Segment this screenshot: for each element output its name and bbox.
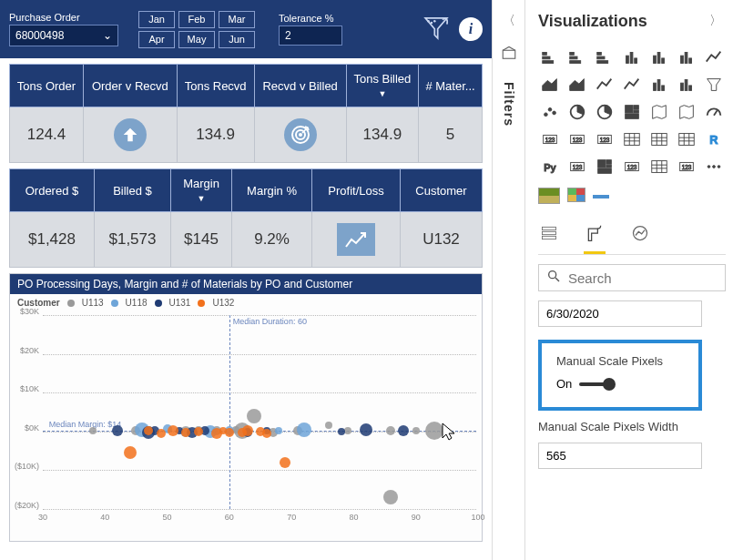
viz-more-icon[interactable] (702, 155, 726, 178)
chart-plot-area[interactable]: $30K$20K$10K$0K($10K)($20K) Median Margi… (10, 311, 482, 525)
chart-point[interactable] (360, 423, 372, 436)
chart-point[interactable] (262, 429, 271, 438)
viz-matrix-icon[interactable] (675, 127, 698, 151)
chart-point[interactable] (425, 422, 443, 440)
viz-funnel-icon[interactable] (702, 73, 726, 97)
width-input[interactable] (538, 443, 702, 469)
viz-clustered-bar-icon[interactable] (565, 46, 589, 69)
viz-ribbon-icon[interactable] (647, 73, 671, 97)
viz-stacked-area-icon[interactable] (565, 73, 589, 97)
th-ordered[interactable]: Ordered $ (10, 169, 95, 212)
th-tons-order[interactable]: Tons Order (10, 65, 84, 107)
custom-visual-1[interactable] (538, 188, 560, 204)
th-tons-recvd[interactable]: Tons Recvd (177, 65, 254, 107)
chart-point[interactable] (168, 425, 178, 436)
viz-gauge-icon[interactable] (702, 100, 726, 124)
viz-scatter-icon[interactable] (538, 100, 562, 124)
expand-filters-icon[interactable]: 〈 (503, 13, 515, 29)
chart-point[interactable] (325, 422, 332, 429)
chart-point[interactable] (181, 428, 190, 437)
chart-point[interactable] (89, 427, 97, 434)
viz-multi-card-icon[interactable]: 123 (565, 127, 589, 151)
viz-line-icon[interactable] (702, 46, 726, 69)
month-mar[interactable]: Mar (219, 11, 255, 28)
viz-power-apps-icon[interactable]: 123 (675, 155, 698, 178)
viz-stacked-column-icon[interactable] (647, 46, 671, 69)
viz-stacked-column-100-icon[interactable] (675, 46, 698, 69)
chart-point[interactable] (225, 428, 234, 437)
viz-map-icon[interactable] (647, 100, 671, 124)
viz-waterfall-icon[interactable] (675, 73, 698, 97)
viz-decomp-tree-icon[interactable] (593, 155, 616, 178)
month-jun[interactable]: Jun (219, 31, 255, 48)
viz-card-icon[interactable]: 123 (538, 127, 562, 151)
viz-py-visual-icon[interactable]: Py (538, 155, 562, 178)
filters-pane-collapsed[interactable]: 〈 Filters (492, 0, 525, 560)
th-tons-billed[interactable]: Tons Billed▼ (346, 65, 418, 107)
th-pl[interactable]: Profit/Loss (312, 169, 401, 212)
viz-stacked-bar-100-icon[interactable] (593, 46, 616, 69)
info-icon[interactable]: i (459, 17, 483, 41)
viz-key-influencers-icon[interactable]: 123 (565, 155, 589, 178)
viz-line-clustered-icon[interactable] (593, 73, 616, 97)
chart-point[interactable] (247, 409, 261, 423)
tab-analytics[interactable] (629, 219, 651, 254)
month-feb[interactable]: Feb (178, 11, 215, 28)
chart-point[interactable] (412, 427, 420, 434)
format-search[interactable] (538, 264, 726, 291)
viz-clustered-column-icon[interactable] (620, 46, 644, 69)
chart-point[interactable] (344, 427, 351, 434)
month-may[interactable]: May (178, 31, 215, 48)
custom-visual-2[interactable] (567, 188, 585, 202)
chart-point[interactable] (280, 457, 290, 468)
tolerance-input[interactable] (279, 25, 342, 46)
chart-point[interactable] (383, 490, 398, 504)
th-billed[interactable]: Billed $ (94, 169, 170, 212)
tab-format[interactable] (584, 219, 606, 254)
th-customer[interactable]: Customer (400, 169, 482, 212)
collapse-viz-icon[interactable]: 〉 (706, 9, 726, 33)
custom-visual-3[interactable] (593, 195, 609, 199)
scatter-chart[interactable]: PO Processing Days, Margin and # of Mate… (9, 273, 483, 542)
zebra-funnel-icon[interactable] (421, 12, 452, 46)
viz-table-icon[interactable] (647, 127, 671, 151)
viz-line-stacked-icon[interactable] (620, 73, 644, 97)
th-margin[interactable]: Margin▼ (170, 169, 231, 212)
chart-point[interactable] (242, 425, 253, 436)
viz-kpi-icon[interactable]: 123 (593, 127, 616, 151)
month-jan[interactable]: Jan (138, 11, 175, 28)
viz-slicer-icon[interactable] (620, 127, 644, 151)
viz-r-visual-icon[interactable]: R (702, 127, 726, 151)
chart-point[interactable] (157, 429, 166, 438)
viz-filled-map-icon[interactable] (675, 100, 698, 124)
chart-point[interactable] (275, 427, 282, 434)
month-apr[interactable]: Apr (138, 31, 175, 48)
po-select[interactable]: 68000498 ⌄ (9, 25, 118, 46)
filters-eye-icon[interactable] (501, 46, 517, 66)
chart-point[interactable] (297, 423, 311, 437)
viz-treemap-icon[interactable] (620, 100, 644, 124)
chart-point[interactable] (144, 426, 153, 435)
viz-area-icon[interactable] (538, 73, 562, 97)
viz-stacked-bar-icon[interactable] (538, 46, 562, 69)
chart-point[interactable] (398, 425, 409, 436)
chart-point[interactable] (112, 425, 123, 436)
date-field[interactable] (538, 300, 702, 327)
th-order-v-recvd[interactable]: Order v Recvd (84, 65, 178, 107)
viz-qa-icon[interactable]: 123 (620, 155, 644, 178)
chart-point[interactable] (194, 427, 203, 436)
viz-paginated-icon[interactable] (647, 155, 671, 178)
th-margin-pct[interactable]: Margin % (232, 169, 312, 212)
viz-pie-icon[interactable] (565, 100, 589, 124)
chart-point[interactable] (124, 446, 137, 459)
svg-text:123: 123 (545, 137, 555, 143)
chart-point[interactable] (386, 426, 395, 435)
format-search-input[interactable] (568, 270, 718, 286)
toggle-switch[interactable] (579, 382, 612, 386)
chart-point[interactable] (338, 428, 345, 435)
th-materials[interactable]: # Mater... (419, 65, 483, 107)
viz-donut-icon[interactable] (593, 100, 616, 124)
th-recvd-v-billed[interactable]: Recvd v Billed (254, 65, 346, 107)
tab-fields[interactable] (538, 219, 560, 254)
manual-scale-toggle[interactable]: On (556, 377, 684, 391)
